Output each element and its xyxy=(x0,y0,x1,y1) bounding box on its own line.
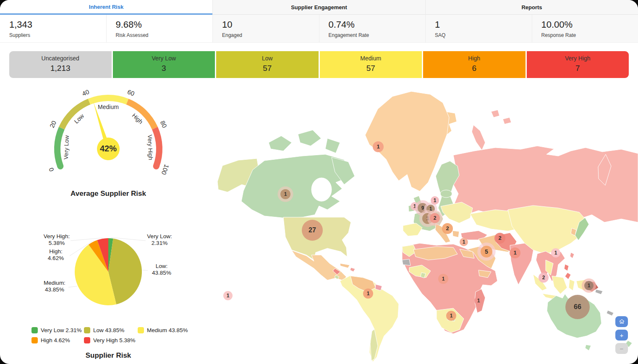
island-borneo xyxy=(552,276,567,294)
pie-slice-label: Very High:5.38% xyxy=(44,233,70,246)
map-bubble-united-states[interactable]: 27 xyxy=(302,220,323,241)
map-bubble-hong-kong[interactable]: 1 xyxy=(551,248,560,257)
map-bubble-saudi-arabia[interactable]: 5 xyxy=(477,242,495,260)
stat-saq: 1 SAQ xyxy=(425,15,532,42)
stat-risk-assessed-value: 9.68% xyxy=(116,19,213,30)
stat-saq-label: SAQ xyxy=(435,32,532,38)
stat-suppliers: 1,343 Suppliers xyxy=(0,15,106,42)
landmass-taiwan xyxy=(570,252,574,258)
map-bubble-australia[interactable]: 66 xyxy=(565,295,590,319)
legend-item-very-high[interactable]: Very High 5.38% xyxy=(84,337,138,343)
map-home-button[interactable] xyxy=(615,316,628,327)
map-bubble-value: 1 xyxy=(450,313,453,319)
map-bubble-greenland[interactable]: 1 xyxy=(373,141,384,152)
map-bubble-italy[interactable]: 2 xyxy=(442,223,453,234)
gauge-chart: 020406080100Very LowLowMediumHighVery Hi… xyxy=(37,85,180,184)
map-bubble-value: 9 xyxy=(421,205,424,211)
legend-swatch xyxy=(84,337,90,343)
map-bubble-value: 1 xyxy=(367,291,370,296)
pie-slice-label: High:4.62% xyxy=(48,248,64,261)
map-bubble-pacific[interactable]: 1 xyxy=(223,291,233,300)
gauge-tick-label: 100 xyxy=(160,164,171,176)
legend-swatch xyxy=(31,337,38,343)
risk-band-low[interactable]: Low57 xyxy=(216,51,319,78)
map-bubble-brazil[interactable]: 1 xyxy=(363,289,373,299)
legend-item-very-low[interactable]: Very Low 2.31% xyxy=(31,327,84,333)
stat-engagement-rate: 0.74% Engagement Rate xyxy=(319,15,426,42)
gauge-segment-label: Medium xyxy=(98,104,119,110)
legend-label: Medium 43.85% xyxy=(147,327,188,333)
map-zoom-out-button[interactable]: − xyxy=(615,343,628,354)
island-tasmania xyxy=(585,345,591,351)
risk-band-medium[interactable]: Medium57 xyxy=(320,51,422,78)
map-bubble-value: 1 xyxy=(588,283,591,289)
map-bubble-value: 1 xyxy=(442,276,445,282)
risk-band-value: 57 xyxy=(320,64,422,73)
map-bubble-pakistan[interactable]: 2 xyxy=(494,233,505,244)
tab-supplier-engagement[interactable]: Supplier Engagement xyxy=(212,0,425,15)
legend-swatch xyxy=(138,327,144,333)
island-novaya-zemlya xyxy=(472,125,485,150)
legend-item-medium[interactable]: Medium 43.85% xyxy=(138,327,197,333)
tab-inherent-risk[interactable]: Inherent Risk xyxy=(0,0,212,15)
stat-response-rate: 10.00% Response Rate xyxy=(532,15,638,42)
island-iceland xyxy=(440,190,452,198)
stat-saq-value: 1 xyxy=(435,19,532,30)
risk-band-label: Uncategorised xyxy=(9,55,112,62)
legend-item-low[interactable]: Low 43.85% xyxy=(84,327,138,333)
risk-band-value: 3 xyxy=(113,64,215,73)
legend-label: High 4.62% xyxy=(41,337,70,343)
map-bubble-central-africa[interactable]: 1 xyxy=(438,274,448,284)
island-arctic-1 xyxy=(491,110,499,117)
risk-band-label: Very High xyxy=(527,55,629,62)
pie-callout-line xyxy=(143,270,148,270)
island-arctic-canada-2 xyxy=(298,130,321,146)
risk-band-value: 57 xyxy=(216,64,319,73)
stat-suppliers-label: Suppliers xyxy=(9,32,106,38)
stat-engagement-rate-value: 0.74% xyxy=(329,19,426,30)
gauge-cap-start xyxy=(57,163,63,169)
map-bubble-india[interactable]: 1 xyxy=(510,247,520,258)
island-arctic-2 xyxy=(503,117,511,124)
gauge-title: Average Supplier Risk xyxy=(37,190,180,198)
map-bubble-sweden[interactable]: 1 xyxy=(431,196,439,205)
gauge-tick-label: 0 xyxy=(47,167,55,173)
map-bubble-singapore[interactable]: 2 xyxy=(539,273,549,283)
map-bubble-value: 1 xyxy=(284,191,287,197)
stat-response-rate-label: Response Rate xyxy=(541,32,638,38)
risk-band-row: Uncategorised1,213Very Low3Low57Medium57… xyxy=(9,51,629,78)
map-bubble-south-africa[interactable]: 1 xyxy=(446,311,456,321)
landmass-east-europe xyxy=(441,202,473,223)
gauge-band-very-high xyxy=(155,128,160,166)
map-zoom-in-button[interactable]: + xyxy=(615,330,628,341)
gauge-band-high xyxy=(128,101,155,128)
map-bubble-value: 2 xyxy=(434,215,437,221)
pie-slice-label: Very Low:2.31% xyxy=(147,233,172,246)
gauge-segment-label: Very Low xyxy=(63,135,70,160)
island-cuba xyxy=(340,263,350,268)
risk-band-very-low[interactable]: Very Low3 xyxy=(113,51,215,78)
map-bubble-value: 1 xyxy=(377,143,379,150)
legend-label: Low 43.85% xyxy=(93,327,124,333)
risk-band-label: Medium xyxy=(320,55,422,62)
map-bubble-madagascar[interactable]: 1 xyxy=(474,296,483,305)
gauge-tick-label: 20 xyxy=(48,120,58,129)
gauge-tick-label: 60 xyxy=(126,88,136,97)
risk-band-very-high[interactable]: Very High7 xyxy=(527,51,629,78)
world-map[interactable]: 1127111911212152112111166 xyxy=(201,84,638,364)
gauge-segment-label: Very High xyxy=(146,135,154,160)
gauge-band-medium xyxy=(89,98,127,102)
risk-band-value: 1,213 xyxy=(9,64,112,73)
legend-item-high[interactable]: High 4.62% xyxy=(31,337,84,343)
island-hispaniola xyxy=(350,268,355,272)
map-bubble-canada[interactable]: 1 xyxy=(277,186,293,202)
map-bubble-germany[interactable]: 2 xyxy=(427,210,442,226)
gauge-value-label: 42% xyxy=(100,144,117,153)
pie-title: Supplier Risk xyxy=(37,351,180,360)
map-bubble-papua-new-guinea[interactable]: 1 xyxy=(582,278,596,293)
stat-suppliers-value: 1,343 xyxy=(9,19,106,30)
risk-band-high[interactable]: High6 xyxy=(423,51,526,78)
map-bubble-israel[interactable]: 1 xyxy=(460,238,468,246)
risk-band-uncategorised[interactable]: Uncategorised1,213 xyxy=(9,51,112,78)
tab-reports[interactable]: Reports xyxy=(425,0,638,15)
